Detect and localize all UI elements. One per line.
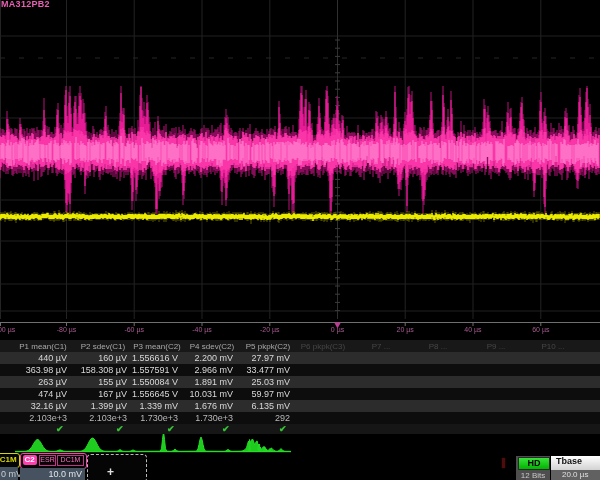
svg-text:-80 µs: -80 µs — [57, 326, 77, 334]
svg-text:-100 µs: -100 µs — [0, 326, 16, 334]
svg-text:-40 µs: -40 µs — [192, 326, 212, 334]
svg-text:-20 µs: -20 µs — [260, 326, 280, 334]
svg-text:20 µs: 20 µs — [397, 326, 415, 334]
svg-text:-60 µs: -60 µs — [124, 326, 144, 334]
svg-text:40 µs: 40 µs — [464, 326, 482, 334]
svg-text:60 µs: 60 µs — [532, 326, 550, 334]
svg-text:MA312PB2: MA312PB2 — [1, 0, 50, 9]
